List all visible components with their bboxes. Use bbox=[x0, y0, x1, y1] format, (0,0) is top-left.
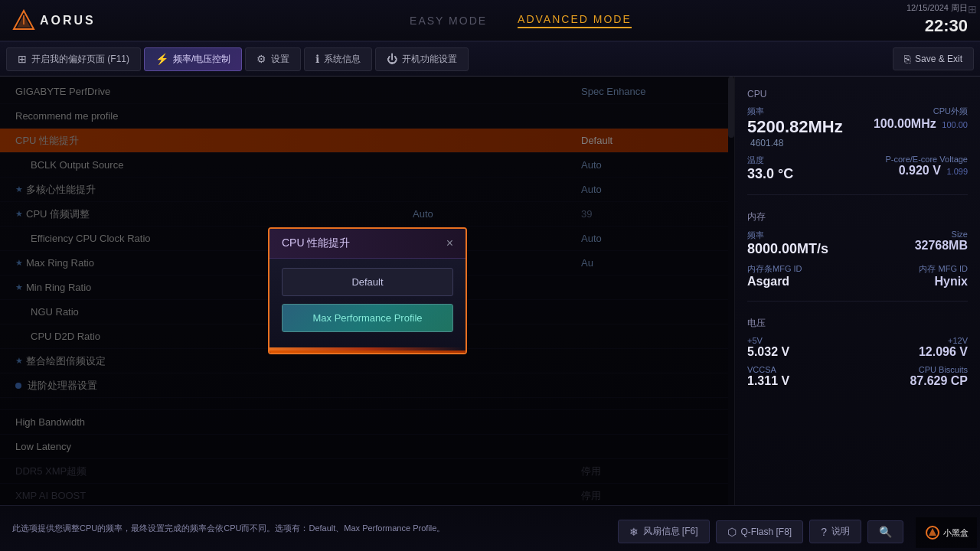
advanced-mode-label[interactable]: ADVANCED MODE bbox=[518, 13, 632, 28]
modal-option-default[interactable]: Default bbox=[282, 268, 453, 296]
save-icon: ⎘ bbox=[904, 53, 910, 65]
bootfunc-icon: ⏻ bbox=[387, 53, 397, 65]
svg-marker-4 bbox=[929, 528, 936, 536]
modal-close-button[interactable]: × bbox=[446, 236, 453, 250]
btn-help-label: 说明 bbox=[831, 525, 850, 538]
cpu-freq-col: 频率 5200.82MHz 4601.48 bbox=[747, 106, 858, 148]
tab-sysinfo[interactable]: ℹ 系统信息 bbox=[304, 47, 372, 71]
modal-option-max-performance[interactable]: Max Performance Profile bbox=[282, 304, 453, 332]
tab-favorite[interactable]: ⊞ 开启我的偏好页面 (F11) bbox=[6, 47, 141, 71]
mem-freq-row: 频率 8000.00MT/s Size 32768MB bbox=[747, 230, 968, 257]
watermark-logo-icon bbox=[925, 525, 940, 540]
btn-help[interactable]: ? 说明 bbox=[809, 520, 861, 543]
top-bar: AORUS EASY MODE ADVANCED MODE 12/15/2024… bbox=[0, 0, 980, 42]
cpu-extfreq-label: CPU外频 bbox=[858, 106, 968, 117]
modal-title: CPU 性能提升 bbox=[282, 236, 350, 250]
tab-favorite-label: 开启我的偏好页面 (F11) bbox=[31, 53, 129, 66]
btn-search[interactable]: 🔍 bbox=[867, 520, 903, 543]
mem-mfgid-label: 内存条MFG ID bbox=[747, 263, 858, 275]
mem-freq-label: 频率 bbox=[747, 230, 858, 241]
nav-tabs: ⊞ 开启我的偏好页面 (F11) ⚡ 频率/电压控制 ⚙ 设置 ℹ 系统信息 ⏻… bbox=[0, 42, 980, 77]
mem-mfgid-col: 内存条MFG ID Asgard bbox=[747, 263, 858, 289]
tab-sysinfo-label: 系统信息 bbox=[324, 53, 361, 66]
v12-col: +12V 12.096 V bbox=[858, 336, 968, 359]
cpu-freq-label: 频率 bbox=[747, 106, 858, 117]
tab-bootfunc[interactable]: ⏻ 开机功能设置 bbox=[375, 47, 469, 71]
easy-mode-label[interactable]: EASY MODE bbox=[410, 15, 487, 27]
cpu-temp-label: 温度 bbox=[747, 155, 858, 166]
cpu-freq-sub: 4601.48 bbox=[750, 138, 783, 148]
cpu-temp-row: 温度 33.0 °C P-core/E-core Voltage 0.920 V… bbox=[747, 155, 968, 182]
modal-content: Default Max Performance Profile bbox=[270, 259, 466, 341]
cpu-voltage-value-row: 0.920 V 1.099 bbox=[858, 164, 968, 178]
logo-text: AORUS bbox=[40, 14, 96, 28]
mem-size-col: Size 32768MB bbox=[858, 230, 968, 257]
modal-overlay: CPU 性能提升 × Default Max Performance Profi… bbox=[0, 77, 735, 505]
voltage-stat-section: 电压 +5V 5.032 V +12V 12.096 V VCCSA 1.311… bbox=[747, 317, 968, 400]
tab-freq[interactable]: ⚡ 频率/电压控制 bbox=[144, 47, 242, 71]
mem-size-label: Size bbox=[858, 230, 968, 239]
tab-bootfunc-label: 开机功能设置 bbox=[402, 53, 457, 66]
cpu-extfreq-col: CPU外频 100.00MHz 100.00 bbox=[858, 106, 968, 148]
voltage-row2: VCCSA 1.311 V CPU Biscuits 87.629 CP bbox=[747, 365, 968, 388]
v5-label: +5V bbox=[747, 336, 858, 345]
tab-freq-label: 频率/电压控制 bbox=[173, 53, 230, 66]
stats-panel: CPU 频率 5200.82MHz 4601.48 CPU外频 100.00MH… bbox=[735, 77, 980, 505]
settings-icon: ⚙ bbox=[256, 53, 266, 65]
cpu-voltage-sub: 1.099 bbox=[946, 167, 968, 176]
modal-option-max-label: Max Performance Profile bbox=[312, 312, 422, 324]
v5-value: 5.032 V bbox=[747, 345, 858, 359]
logo-area: AORUS bbox=[12, 9, 135, 32]
aorus-logo: AORUS bbox=[12, 9, 96, 32]
mode-area: EASY MODE ADVANCED MODE bbox=[135, 13, 906, 28]
watermark: 小黑盒 bbox=[916, 517, 977, 548]
voltage-section-title: 电压 bbox=[747, 317, 968, 330]
cpu-stat-section: CPU 频率 5200.82MHz 4601.48 CPU外频 100.00MH… bbox=[747, 89, 968, 195]
btn-fan-info[interactable]: ❄ 风扇信息 [F6] bbox=[618, 520, 710, 543]
cpu-temp-value: 33.0 °C bbox=[747, 166, 858, 182]
cpu-biscuits-value: 87.629 CP bbox=[858, 374, 968, 388]
date-display: 12/15/2024 周日 bbox=[906, 2, 968, 14]
tab-save-label: Save & Exit bbox=[915, 54, 962, 64]
cpu-freq-value-row: 5200.82MHz 4601.48 bbox=[747, 117, 858, 148]
btn-fan-label: 风扇信息 [F6] bbox=[643, 525, 698, 538]
cpu-extfreq-value: 100.00MHz bbox=[874, 117, 936, 130]
tab-settings[interactable]: ⚙ 设置 bbox=[245, 47, 301, 71]
mem-size-value: 32768MB bbox=[858, 239, 968, 253]
sysinfo-icon: ℹ bbox=[315, 53, 319, 65]
memory-section-title: 内存 bbox=[747, 210, 968, 223]
mem-freq-col: 频率 8000.00MT/s bbox=[747, 230, 858, 257]
corner-icon: ⊞ bbox=[968, 3, 977, 15]
tab-save[interactable]: ⎘ Save & Exit bbox=[893, 47, 974, 70]
help-icon: ? bbox=[821, 526, 827, 538]
tab-settings-label: 设置 bbox=[271, 53, 289, 66]
mem-mfg-row: 内存条MFG ID Asgard 内存 MFG ID Hynix bbox=[747, 263, 968, 289]
mem-freq-value: 8000.00MT/s bbox=[747, 241, 858, 257]
modal-footer-decoration bbox=[270, 350, 466, 353]
cpu-section-title: CPU bbox=[747, 89, 968, 99]
bottom-bar: 此选项提供您调整CPU的频率，最终设置完成的频率会依CPU而不同。选项有：Def… bbox=[0, 505, 980, 551]
qflash-icon: ⬡ bbox=[727, 526, 737, 538]
v12-value: 12.096 V bbox=[858, 345, 968, 359]
cpu-freq-row: 频率 5200.82MHz 4601.48 CPU外频 100.00MHz 10… bbox=[747, 106, 968, 148]
vccsa-col: VCCSA 1.311 V bbox=[747, 365, 858, 388]
time-display: 22:30 bbox=[906, 15, 968, 38]
mem-memfg-label: 内存 MFG ID bbox=[858, 263, 968, 275]
cpu-voltage-value: 0.920 V bbox=[899, 164, 941, 177]
mem-mfgid-value: Asgard bbox=[747, 275, 858, 289]
cpu-voltage-label: P-core/E-core Voltage bbox=[858, 155, 968, 164]
cpu-biscuits-label: CPU Biscuits bbox=[858, 365, 968, 374]
aorus-icon bbox=[12, 9, 35, 32]
v12-label: +12V bbox=[858, 336, 968, 345]
cpu-extfreq-value-row: 100.00MHz 100.00 bbox=[858, 117, 968, 131]
watermark-text: 小黑盒 bbox=[943, 527, 969, 539]
voltage-row1: +5V 5.032 V +12V 12.096 V bbox=[747, 336, 968, 359]
cpu-extfreq-sub: 100.00 bbox=[942, 120, 968, 129]
fan-icon: ❄ bbox=[629, 526, 639, 538]
cpu-biscuits-col: CPU Biscuits 87.629 CP bbox=[858, 365, 968, 388]
modal-title-bar: CPU 性能提升 × bbox=[270, 229, 466, 259]
vccsa-value: 1.311 V bbox=[747, 374, 858, 388]
cpu-freq-value: 5200.82MHz bbox=[747, 117, 843, 136]
btn-qflash[interactable]: ⬡ Q-Flash [F8] bbox=[716, 520, 804, 543]
freq-icon: ⚡ bbox=[155, 53, 168, 65]
